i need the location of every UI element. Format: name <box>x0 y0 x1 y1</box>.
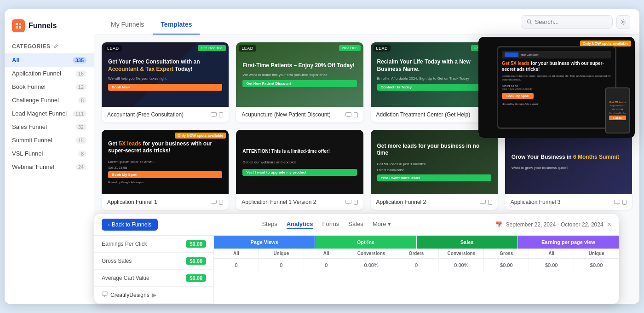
sidebar-item-label: All <box>12 57 20 64</box>
data-cell-earning: $0.00 <box>529 259 574 272</box>
sidebar-item-webinar-funnel[interactable]: Webinar Funnel24 <box>5 160 94 174</box>
preview-mobile-content: Get 5X leads for your business 405 21 16… <box>607 99 627 122</box>
svg-rect-3 <box>19 26 21 29</box>
metric-label: Average Cart Value <box>102 275 150 281</box>
svg-line-5 <box>530 23 532 24</box>
sidebar-item-all[interactable]: All335 <box>5 53 94 67</box>
svg-point-4 <box>527 20 530 23</box>
svg-rect-42 <box>615 200 620 203</box>
template-card-5[interactable]: Only NOW spots availableGet 5X leads for… <box>102 130 229 210</box>
sidebar-item-count: 24 <box>75 164 86 170</box>
col-sub-earning: All <box>529 249 574 258</box>
template-name-5: Application Funnel 1 <box>107 199 157 205</box>
template-card-2[interactable]: LEAD20% OFFFirst-Time Patients – Enjoy 2… <box>236 42 363 122</box>
template-card-6[interactable]: ATTENTION! This is a limited-time offer!… <box>236 130 363 210</box>
tab-templates[interactable]: Templates <box>153 9 199 35</box>
template-icons-6 <box>345 200 358 205</box>
analytics-tab-steps[interactable]: Steps <box>262 220 277 229</box>
search-box[interactable] <box>521 15 613 29</box>
analytics-date-range: 📅 September 22, 2024 - October 22, 2024 … <box>495 220 611 229</box>
desktop-icon <box>480 200 486 205</box>
svg-point-6 <box>622 21 624 23</box>
sidebar-item-application-funnel[interactable]: Application Funnel16 <box>5 67 94 80</box>
app-logo: Funnels <box>5 15 94 40</box>
template-info-8: Application Funnel 3 <box>505 194 632 210</box>
preview-screen: Your Company Get 5X leads for your busin… <box>498 47 615 128</box>
template-icons-1 <box>211 112 223 117</box>
analytics-tab-sales[interactable]: Sales <box>348 220 363 229</box>
data-cell-page-views: 0 <box>259 259 304 272</box>
metric-label: Gross Sales <box>102 258 132 264</box>
template-card-7[interactable]: Get more leads for your business in no t… <box>371 130 498 210</box>
sidebar-item-label: Challenge Funnel <box>12 97 59 104</box>
template-name-1: Accountant (Free Consultation) <box>107 111 184 118</box>
metric-value: $0.00 <box>186 240 206 248</box>
desktop-icon <box>211 200 217 205</box>
preview-content: Get 5X leads for your business with our … <box>502 60 611 105</box>
template-thumb-7: Get more leads for your business in no t… <box>371 130 498 194</box>
mobile-icon <box>354 200 358 205</box>
categories-header: Categories <box>5 40 94 53</box>
col-header-opt-ins: Opt-Ins <box>315 236 416 249</box>
sidebar-nav: All335Application Funnel16Book Funnel12C… <box>5 53 94 174</box>
template-icons-5 <box>211 200 223 205</box>
tab-my-funnels[interactable]: My Funnels <box>104 9 151 35</box>
analytics-close-button[interactable]: × <box>607 220 611 229</box>
main-tabs: My Funnels Templates <box>104 9 200 35</box>
sidebar-item-label: Webinar Funnel <box>12 163 54 170</box>
svg-rect-2 <box>16 26 18 29</box>
sidebar-item-vsl-funnel[interactable]: VSL Funnel8 <box>5 147 94 160</box>
col-header-sales: Sales <box>417 236 518 249</box>
analytics-tab-analytics[interactable]: Analytics <box>287 220 313 229</box>
template-card-1[interactable]: LEADGet Free TrialGet Your Free Consulta… <box>102 42 229 122</box>
metric-label: Earnings Per Click <box>102 241 147 247</box>
app-name: Funnels <box>29 22 57 30</box>
svg-rect-7 <box>211 112 217 116</box>
sidebar-item-sales-funnel[interactable]: Sales Funnel32 <box>5 120 94 133</box>
sidebar-item-challenge-funnel[interactable]: Challenge Funnel8 <box>5 93 94 107</box>
template-card-8[interactable]: Grow Your Business in 6 Months SummitWan… <box>505 130 632 210</box>
mobile-icon <box>622 200 627 205</box>
search-icon <box>527 19 532 25</box>
template-thumb-1: LEADGet Free TrialGet Your Free Consulta… <box>102 42 229 107</box>
analytics-tabs: StepsAnalyticsFormsSalesMore ▾ <box>262 220 391 229</box>
col-header-page-views: Page Views <box>214 236 315 249</box>
sidebar-item-count: 335 <box>73 57 86 64</box>
preview-image: Only NOW spots available Your Company Ge… <box>478 37 635 138</box>
svg-rect-47 <box>102 292 107 296</box>
template-name-6: Application Funnel 1 Version 2 <box>242 199 316 205</box>
analytics-metric-row: Gross Sales$0.00 <box>94 253 213 270</box>
logo-icon <box>12 19 25 32</box>
sidebar-item-summit-funnel[interactable]: Summit Funnel15 <box>5 133 94 147</box>
svg-rect-1 <box>19 23 21 25</box>
sidebar-item-count: 8 <box>78 97 86 104</box>
analytics-col-group-page-views: Page Views <box>214 236 315 249</box>
top-bar-right <box>521 15 630 29</box>
template-icons-7 <box>480 200 492 205</box>
template-name-8: Application Funnel 3 <box>511 199 561 205</box>
metric-value: $0.00 <box>186 274 206 282</box>
sidebar-item-label: VSL Funnel <box>12 150 43 157</box>
sidebar-item-book-funnel[interactable]: Book Funnel12 <box>5 80 94 93</box>
analytics-tab-forms[interactable]: Forms <box>322 220 339 229</box>
col-sub-earning: Unique <box>574 249 619 258</box>
svg-rect-27 <box>211 200 217 203</box>
analytics-tab-more[interactable]: More ▾ <box>373 220 391 229</box>
sidebar-item-lead-magnet-funnel[interactable]: Lead Magnet Funnel111 <box>5 107 94 120</box>
analytics-metrics: Earnings Per Click$0.00Gross Sales$0.00A… <box>94 236 214 304</box>
desktop-icon <box>345 200 352 205</box>
data-cell-sales: 0 <box>394 259 439 272</box>
back-to-funnels-button[interactable]: ‹ Back to Funnels <box>102 219 158 231</box>
analytics-panel: ‹ Back to Funnels StepsAnalyticsFormsSal… <box>94 214 619 304</box>
preview-overlay: Only NOW spots available Your Company Ge… <box>478 37 635 138</box>
funnel-name: CreatifyDesigns <box>110 292 150 298</box>
svg-point-41 <box>490 203 490 204</box>
sidebar: Funnels Categories All335Application Fun… <box>5 9 94 304</box>
desktop-icon <box>211 112 217 117</box>
search-input[interactable] <box>535 18 607 25</box>
funnel-play-button[interactable]: ▶ <box>152 292 156 298</box>
template-info-7: Application Funnel 2 <box>371 194 498 210</box>
svg-point-31 <box>221 203 221 204</box>
col-sub-opt-ins: Conversions <box>349 249 394 258</box>
gear-button[interactable] <box>616 15 630 29</box>
